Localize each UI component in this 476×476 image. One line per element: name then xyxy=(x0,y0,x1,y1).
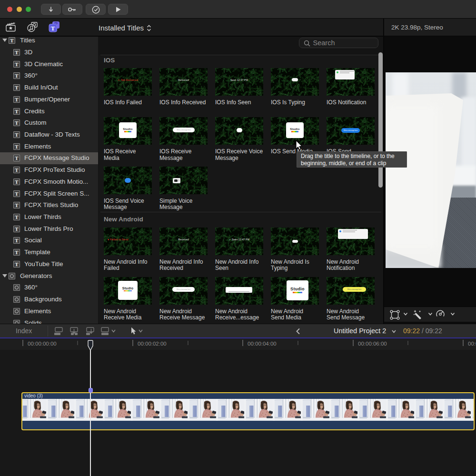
svg-text:T: T xyxy=(51,25,55,32)
